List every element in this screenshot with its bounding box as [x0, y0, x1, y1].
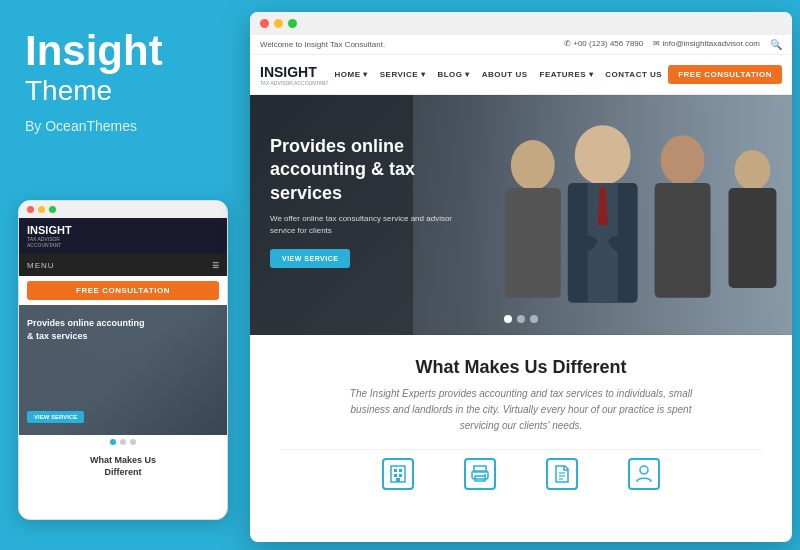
hero-content: Provides online accounting & tax service…: [270, 135, 470, 268]
building-icon-item: [382, 458, 414, 490]
svg-point-27: [640, 466, 648, 474]
document-icon-box: [546, 458, 578, 490]
mobile-titlebar: [19, 201, 227, 218]
hero-dot-1: [504, 315, 512, 323]
nav-blog[interactable]: BLOG ▾: [437, 70, 469, 79]
desktop-dot-green: [288, 19, 297, 28]
section-title: What Makes Us Different: [280, 357, 762, 378]
nav-features[interactable]: FEATURES ▾: [540, 70, 594, 79]
hero-title: Provides online accounting & tax service…: [270, 135, 470, 205]
mobile-slider-dots: [19, 435, 227, 449]
svg-rect-8: [654, 183, 710, 298]
mobile-hero: Provides online accounting & tax service…: [19, 305, 227, 435]
svg-point-7: [660, 135, 704, 185]
nav-links: HOME ▾ SERVICE ▾ BLOG ▾ ABOUT US FEATURE…: [334, 70, 662, 79]
nav-logo-sub: TAX ADVISOR ACCOUNTANT: [260, 81, 328, 86]
section-icons-row: [280, 449, 762, 490]
mobile-bottom-section: What Makes UsDifferent: [19, 449, 227, 484]
hero-dot-2: [517, 315, 525, 323]
topbar-contact: ✆ +00 (123) 456 7890 ✉ info@insighttaxad…: [564, 39, 782, 50]
svg-marker-23: [556, 466, 568, 482]
svg-rect-14: [394, 469, 397, 472]
mobile-logo-wrap: INSIGHT TAX ADVISOR ACCOUNTANT: [27, 224, 72, 248]
hero-slider-dots: [504, 315, 538, 323]
person-icon-box: [628, 458, 660, 490]
desktop-topbar: Welcome to Insight Tax Consultant. ✆ +00…: [250, 35, 792, 55]
mobile-dot-red: [27, 206, 34, 213]
svg-point-22: [484, 474, 486, 476]
brand-title: Insight: [25, 30, 220, 72]
desktop-preview: Welcome to Insight Tax Consultant. ✆ +00…: [250, 12, 792, 542]
nav-service[interactable]: SERVICE ▾: [380, 70, 426, 79]
brand-author: By OceanThemes: [25, 118, 220, 134]
topbar-email: ✉ info@insighttaxadvisor.com: [653, 39, 760, 50]
mobile-header: INSIGHT TAX ADVISOR ACCOUNTANT: [19, 218, 227, 254]
mobile-hero-title: Provides online accounting & tax service…: [27, 317, 147, 342]
brand-subtitle: Theme: [25, 74, 220, 108]
hamburger-icon: ≡: [212, 258, 219, 272]
hero-dot-3: [530, 315, 538, 323]
svg-rect-10: [728, 188, 776, 288]
desktop-dot-yellow: [274, 19, 283, 28]
nav-cta-button[interactable]: FREE CONSULTATION: [668, 65, 782, 84]
svg-rect-17: [399, 474, 402, 477]
printer-icon-box: [464, 458, 496, 490]
search-icon[interactable]: 🔍: [770, 39, 782, 50]
svg-point-5: [510, 140, 554, 190]
svg-rect-18: [396, 478, 400, 482]
topbar-welcome: Welcome to Insight Tax Consultant.: [260, 40, 385, 49]
person-icon: [634, 464, 654, 484]
svg-point-9: [734, 150, 770, 190]
left-panel: Insight Theme By OceanThemes INSIGHT TAX…: [0, 0, 245, 550]
building-icon: [388, 464, 408, 484]
mobile-dot-yellow: [38, 206, 45, 213]
desktop-dot-red: [260, 19, 269, 28]
svg-point-1: [574, 125, 630, 185]
slider-dot-1: [110, 439, 116, 445]
document-icon-item: [546, 458, 578, 490]
mobile-cta-button[interactable]: FREE CONSULTATION: [27, 281, 219, 300]
svg-rect-16: [394, 474, 397, 477]
printer-icon: [470, 464, 490, 484]
printer-icon-item: [464, 458, 496, 490]
nav-logo-wrap: INSIGHT TAX ADVISOR ACCOUNTANT: [260, 63, 328, 86]
nav-home[interactable]: HOME ▾: [334, 70, 367, 79]
mobile-view-service-btn[interactable]: VIEW SERVICE: [27, 411, 84, 423]
section-description: The Insight Experts provides accounting …: [331, 386, 711, 434]
mobile-menu-label: MENU: [27, 261, 55, 270]
mobile-what-makes-title: What Makes UsDifferent: [27, 455, 219, 478]
desktop-what-makes-section: What Makes Us Different The Insight Expe…: [250, 335, 792, 505]
mobile-preview: INSIGHT TAX ADVISOR ACCOUNTANT MENU ≡ FR…: [18, 200, 228, 520]
mobile-dot-green: [49, 206, 56, 213]
person-icon-item: [628, 458, 660, 490]
nav-logo: INSIGHT: [260, 64, 317, 80]
hero-view-service-btn[interactable]: VIEW SERVICE: [270, 249, 350, 268]
building-icon-box: [382, 458, 414, 490]
mobile-logo-sub: TAX ADVISOR ACCOUNTANT: [27, 236, 72, 248]
svg-rect-15: [399, 469, 402, 472]
mobile-logo: INSIGHT: [27, 224, 72, 236]
svg-rect-6: [504, 188, 560, 298]
mobile-menu-bar: MENU ≡: [19, 254, 227, 276]
nav-contact[interactable]: CONTACT US: [605, 70, 662, 79]
hero-description: We offer online tax consultancy service …: [270, 213, 470, 237]
document-icon: [552, 464, 572, 484]
desktop-titlebar: [250, 12, 792, 35]
slider-dot-3: [130, 439, 136, 445]
desktop-hero: Provides online accounting & tax service…: [250, 95, 792, 335]
desktop-nav: INSIGHT TAX ADVISOR ACCOUNTANT HOME ▾ SE…: [250, 55, 792, 95]
slider-dot-2: [120, 439, 126, 445]
topbar-phone: ✆ +00 (123) 456 7890: [564, 39, 643, 50]
nav-about[interactable]: ABOUT US: [482, 70, 528, 79]
